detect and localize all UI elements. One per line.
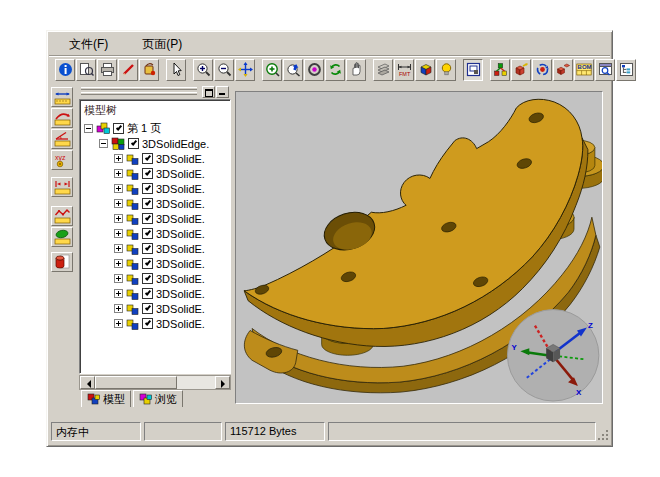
tree-item-label: 3DSolidE.: [156, 228, 205, 240]
checkbox[interactable]: [142, 258, 153, 269]
curve-length-button[interactable]: [51, 206, 73, 226]
layers-button[interactable]: [373, 59, 393, 81]
checkbox[interactable]: [142, 183, 153, 194]
tree-item-row[interactable]: 3DSolidE.: [83, 196, 230, 211]
refresh-button[interactable]: [325, 59, 345, 81]
panel-maximize-button[interactable]: [202, 86, 215, 98]
solid-part-icon: [126, 198, 139, 210]
axis-z-label: Z: [588, 321, 593, 330]
expand-icon[interactable]: [114, 214, 123, 223]
scroll-track[interactable]: [177, 376, 215, 389]
tree-item-row[interactable]: 3DSolidE.: [83, 271, 230, 286]
pan-hand-button[interactable]: [346, 59, 366, 81]
expand-icon[interactable]: [114, 319, 123, 328]
select-cursor-button[interactable]: [166, 59, 186, 81]
checkbox[interactable]: [142, 168, 153, 179]
tree-assembly-row[interactable]: 3DSolidEdge.: [83, 136, 230, 151]
panel-minimize-button[interactable]: [216, 86, 229, 98]
volume-measure-button[interactable]: [51, 252, 73, 272]
checkbox[interactable]: [142, 273, 153, 284]
structure-tree-button[interactable]: [616, 59, 636, 81]
assembly-tree-button[interactable]: [490, 59, 510, 81]
view-window-button[interactable]: [595, 59, 615, 81]
angle-dimension-button[interactable]: [51, 129, 73, 149]
page-frame-button[interactable]: [463, 59, 483, 81]
checkbox[interactable]: [142, 318, 153, 329]
tab-model[interactable]: 模型: [81, 390, 131, 407]
explode-view-button[interactable]: [553, 59, 573, 81]
tree-item-row[interactable]: 3DSolidE.: [83, 256, 230, 271]
dimension-fmt-button[interactable]: FMT: [394, 59, 414, 81]
expand-icon[interactable]: [114, 259, 123, 268]
checkbox[interactable]: [142, 228, 153, 239]
tree-item-row[interactable]: 3DSolidE.: [83, 241, 230, 256]
print-button[interactable]: [97, 59, 117, 81]
expand-icon[interactable]: [114, 169, 123, 178]
expand-icon[interactable]: [114, 199, 123, 208]
expand-icon[interactable]: [114, 154, 123, 163]
tree-horizontal-scrollbar[interactable]: [79, 375, 231, 390]
tree-item-row[interactable]: 3DSolidE.: [83, 166, 230, 181]
move-part-button[interactable]: [511, 59, 531, 81]
rotate-part-button[interactable]: [532, 59, 552, 81]
menu-page[interactable]: 页面(P): [138, 34, 186, 55]
distance-dimension-button[interactable]: [51, 177, 73, 197]
info-button[interactable]: [55, 59, 75, 81]
area-measure-button[interactable]: [51, 227, 73, 247]
scroll-thumb[interactable]: [95, 376, 177, 389]
coordinate-dimension-button[interactable]: xyz: [51, 150, 73, 170]
light-bulb-button[interactable]: [436, 59, 456, 81]
shaded-cube-button[interactable]: [415, 59, 435, 81]
menu-file[interactable]: 文件(F): [65, 34, 112, 55]
resize-grip[interactable]: [597, 429, 609, 441]
checkbox[interactable]: [128, 138, 139, 149]
orbit-button[interactable]: [304, 59, 324, 81]
tree-root-row[interactable]: 第 1 页: [83, 121, 230, 136]
tab-browse[interactable]: 浏览: [133, 390, 183, 407]
tree-item-row[interactable]: 3DSolidE.: [83, 151, 230, 166]
zoom-out-button[interactable]: [214, 59, 234, 81]
toolbar-group-display: FMT: [373, 59, 457, 81]
collapse-icon[interactable]: [99, 139, 108, 148]
pan-arrows-button[interactable]: [235, 59, 255, 81]
zoom-dynamic-button[interactable]: [283, 59, 303, 81]
scroll-right-button[interactable]: [215, 376, 230, 389]
status-bytes: 115712 Bytes: [225, 422, 325, 441]
collapse-icon[interactable]: [84, 124, 93, 133]
panel-grip[interactable]: [79, 85, 231, 99]
redline-pen-button[interactable]: [118, 59, 138, 81]
radius-dimension-button[interactable]: [51, 108, 73, 128]
checkbox[interactable]: [142, 288, 153, 299]
expand-icon[interactable]: [114, 304, 123, 313]
tree-item-row[interactable]: 3DSolidE.: [83, 181, 230, 196]
viewport-3d[interactable]: Z Y X: [235, 91, 603, 404]
checkbox[interactable]: [142, 153, 153, 164]
tree-item-row[interactable]: 3DSolidE.: [83, 301, 230, 316]
print-preview-button[interactable]: [76, 59, 96, 81]
solid-part-icon: [126, 213, 139, 225]
zoom-window-button[interactable]: [262, 59, 282, 81]
tree-item-row[interactable]: 3DSolidE.: [83, 211, 230, 226]
expand-icon[interactable]: [114, 274, 123, 283]
solid-part-icon: [126, 258, 139, 270]
format-painter-button[interactable]: [139, 59, 159, 81]
tree-item-row[interactable]: 3DSolidE.: [83, 226, 230, 241]
checkbox[interactable]: [142, 198, 153, 209]
tree-item-row[interactable]: 3DSolidE.: [83, 286, 230, 301]
expand-icon[interactable]: [114, 289, 123, 298]
bom-button[interactable]: BOM: [574, 59, 594, 81]
expand-icon[interactable]: [114, 229, 123, 238]
solid-part-icon: [126, 153, 139, 165]
checkbox[interactable]: [113, 123, 124, 134]
tree-item-row[interactable]: 3DSolidE.: [83, 316, 230, 331]
zoom-in-button[interactable]: [193, 59, 213, 81]
expand-icon[interactable]: [114, 244, 123, 253]
axis-y-label: Y: [511, 343, 517, 352]
checkbox[interactable]: [142, 243, 153, 254]
checkbox[interactable]: [142, 303, 153, 314]
scroll-left-button[interactable]: [80, 376, 95, 389]
checkbox[interactable]: [142, 213, 153, 224]
linear-dimension-button[interactable]: [51, 87, 73, 107]
tree-item-label: 3DSolidE.: [156, 258, 205, 270]
expand-icon[interactable]: [114, 184, 123, 193]
